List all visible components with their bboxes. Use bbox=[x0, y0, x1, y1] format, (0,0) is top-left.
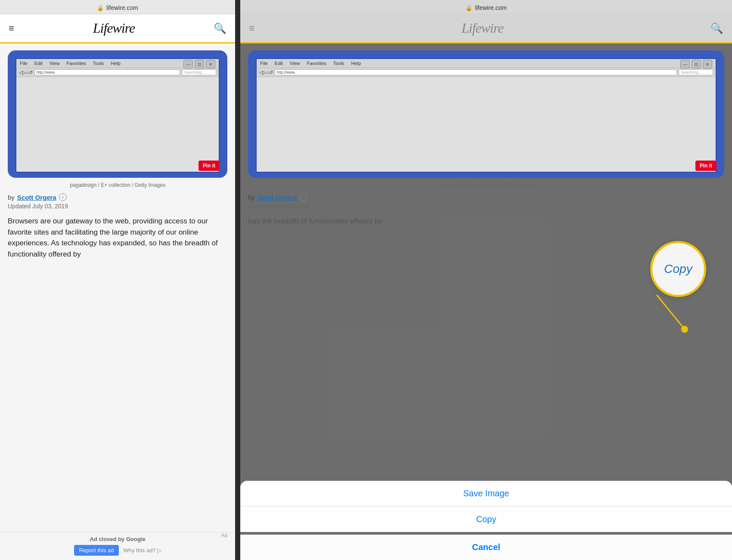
right-win-btn-close: ✕ bbox=[703, 60, 712, 68]
right-menu-help: Help bbox=[351, 61, 361, 66]
right-image-credit: pagadesign / E+ collection / Getty Image… bbox=[248, 182, 724, 188]
right-browser-image-container: — ⊡ ✕ File Edit View Favorites Tools Hel… bbox=[248, 50, 724, 178]
left-menu-favorites: Favorites bbox=[66, 61, 86, 66]
right-url-bar: http://www. bbox=[275, 69, 677, 75]
left-ad-actions: Report this ad Why this ad? ▷ bbox=[7, 545, 228, 556]
right-author-link[interactable]: Scott Orgera bbox=[257, 194, 297, 201]
right-by-label: by bbox=[248, 194, 255, 201]
left-toolbar-nav: ◁▷⌂↺ bbox=[19, 70, 33, 75]
left-win-btn-maximize: ⊡ bbox=[195, 60, 204, 68]
right-article-date: Updated July 03, 2019 bbox=[248, 203, 724, 210]
left-menu-view: View bbox=[50, 61, 60, 66]
report-ad-button[interactable]: Report this ad bbox=[74, 545, 119, 556]
context-menu-save-image[interactable]: Save Image bbox=[240, 481, 732, 507]
left-menu-tools: Tools bbox=[93, 61, 104, 66]
left-browser-toolbar: ◁▷⌂↺ http://www. Searching... bbox=[16, 68, 219, 77]
left-article-byline: by Scott Orgera i bbox=[8, 193, 227, 201]
left-article-date: Updated July 03, 2019 bbox=[8, 203, 227, 210]
right-win-btn-minimize: — bbox=[680, 60, 690, 68]
left-by-label: by bbox=[8, 194, 15, 201]
context-menu-overlay: Save Image Copy Cancel bbox=[240, 481, 732, 560]
right-browser-img-wrapper: — ⊡ ✕ File Edit View Favorites Tools Hel… bbox=[248, 50, 724, 178]
right-win-btn-maximize: ⊡ bbox=[692, 60, 701, 68]
right-site-logo: Lifewire bbox=[462, 20, 503, 36]
svg-line-0 bbox=[657, 295, 685, 329]
left-browser-image-container: — ⊡ ✕ File Edit View Favorites Tools Hel… bbox=[8, 50, 227, 178]
right-menu-favorites: Favorites bbox=[307, 61, 326, 66]
right-panel: 🔒 lifewire.com ≡ Lifewire 🔍 — ⊡ ✕ File E… bbox=[240, 0, 732, 560]
left-browser-img-inner: File Edit View Favorites Tools Help ◁▷⌂↺… bbox=[16, 58, 220, 173]
left-author-link[interactable]: Scott Orgera bbox=[17, 194, 56, 201]
right-browser-menubar: File Edit View Favorites Tools Help bbox=[257, 59, 716, 68]
left-url: lifewire.com bbox=[106, 4, 138, 11]
left-win-controls: — ⊡ ✕ bbox=[183, 60, 215, 68]
why-ad-link[interactable]: Why this ad? ▷ bbox=[123, 547, 161, 554]
left-win-btn-minimize: — bbox=[183, 60, 193, 68]
left-browser-img-wrapper: — ⊡ ✕ File Edit View Favorites Tools Hel… bbox=[8, 50, 227, 178]
context-menu-cancel[interactable]: Cancel bbox=[240, 535, 732, 560]
right-menu-icon[interactable]: ≡ bbox=[249, 24, 254, 33]
left-image-credit: pagadesign / E+ collection / Getty Image… bbox=[8, 182, 227, 188]
right-url: lifewire.com bbox=[475, 4, 507, 11]
left-lock-icon: 🔒 bbox=[97, 5, 104, 11]
right-browser-toolbar: ◁▷⌂↺ http://www. Searching... bbox=[257, 68, 716, 77]
right-menu-view: View bbox=[290, 61, 300, 66]
left-article-body: Browsers are our gateway to the web, pro… bbox=[8, 216, 227, 260]
right-browser-bar: 🔒 lifewire.com bbox=[240, 0, 732, 14]
right-article-byline: by Scott Orgera i bbox=[248, 193, 724, 201]
copy-circle: Copy bbox=[650, 241, 706, 297]
left-menu-edit: Edit bbox=[34, 61, 43, 66]
panel-divider bbox=[235, 0, 240, 560]
context-menu: Save Image Copy bbox=[240, 481, 732, 532]
left-panel: 🔒 lifewire.com ≡ Lifewire 🔍 — ⊡ ✕ File E… bbox=[0, 0, 235, 560]
right-article-body: has the breadth of functionality offered… bbox=[248, 216, 724, 227]
left-site-header: ≡ Lifewire 🔍 bbox=[0, 14, 235, 43]
right-menu-edit: Edit bbox=[275, 61, 283, 66]
right-info-icon[interactable]: i bbox=[299, 193, 307, 201]
right-menu-file: File bbox=[260, 61, 268, 66]
right-search-icon[interactable]: 🔍 bbox=[710, 22, 723, 34]
copy-callout: Copy bbox=[650, 241, 706, 297]
left-url-bar: http://www. bbox=[34, 69, 180, 75]
left-ad-label: Ad bbox=[221, 532, 227, 538]
copy-arrow-svg bbox=[629, 291, 715, 342]
context-menu-copy[interactable]: Copy bbox=[240, 507, 732, 532]
right-browser-body bbox=[257, 77, 716, 172]
svg-point-1 bbox=[681, 326, 688, 333]
right-win-controls: — ⊡ ✕ bbox=[680, 60, 712, 68]
left-search-bar: Searching... bbox=[182, 69, 216, 75]
right-browser-img-inner: File Edit View Favorites Tools Help ◁▷⌂↺… bbox=[256, 58, 716, 173]
left-win-btn-close: ✕ bbox=[206, 60, 215, 68]
left-pinit-button[interactable]: Pin it bbox=[199, 161, 220, 171]
left-menu-file: File bbox=[20, 61, 28, 66]
right-toolbar-nav: ◁▷⌂↺ bbox=[259, 70, 273, 75]
left-info-icon[interactable]: i bbox=[59, 193, 67, 201]
right-pinit-button[interactable]: Pin it bbox=[695, 161, 716, 171]
right-site-header: ≡ Lifewire 🔍 bbox=[240, 14, 732, 43]
right-search-bar: Searching... bbox=[679, 69, 713, 75]
left-main-content: — ⊡ ✕ File Edit View Favorites Tools Hel… bbox=[0, 43, 235, 560]
left-menu-help: Help bbox=[111, 61, 121, 66]
left-site-logo: Lifewire bbox=[93, 20, 135, 36]
left-browser-body bbox=[16, 77, 219, 172]
left-google-text: Google bbox=[126, 536, 146, 542]
left-ad-footer: Ad Ad closed by Google Report this ad Wh… bbox=[0, 532, 235, 560]
right-lock-icon: 🔒 bbox=[465, 5, 472, 11]
left-ad-closed-text: Ad closed by Google bbox=[7, 536, 228, 542]
right-menu-tools: Tools bbox=[333, 61, 344, 66]
left-search-icon[interactable]: 🔍 bbox=[214, 22, 226, 34]
left-menu-icon[interactable]: ≡ bbox=[9, 24, 14, 33]
left-browser-bar: 🔒 lifewire.com bbox=[0, 0, 235, 14]
